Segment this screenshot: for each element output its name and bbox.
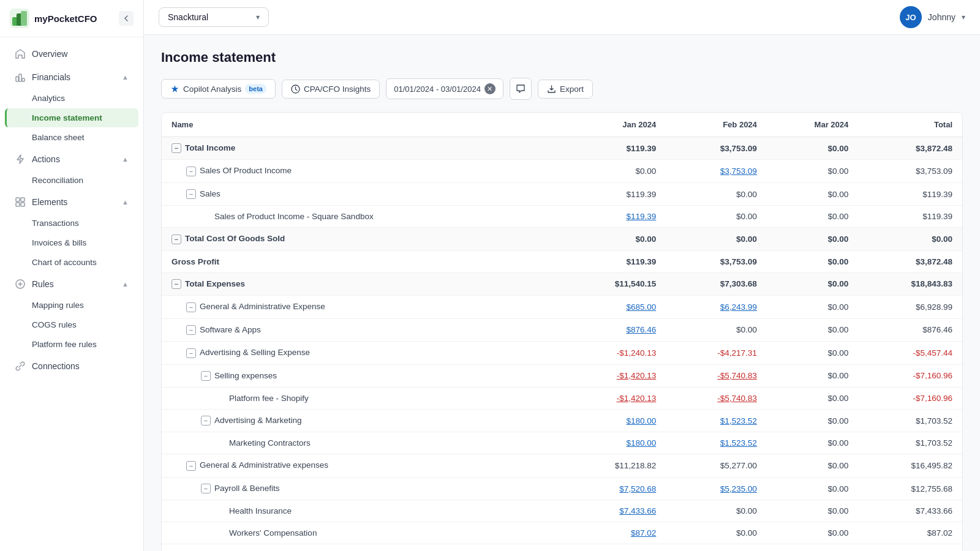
cell-name: −Advertising & Selling Expense	[162, 342, 562, 364]
collapse-button[interactable]: −	[172, 234, 181, 244]
cell-name: −Software & Apps	[162, 318, 562, 341]
cell-value[interactable]: $180.00	[562, 432, 666, 454]
cell-value: $6,928.99	[858, 296, 962, 318]
cell-value[interactable]: $876.46	[562, 318, 666, 341]
insights-icon	[291, 84, 300, 94]
collapse-button[interactable]: −	[186, 325, 196, 335]
sidebar-item-transactions[interactable]: Transactions	[5, 214, 138, 233]
cell-value[interactable]: -$5,740.83	[666, 387, 767, 409]
mapping-rules-label: Mapping rules	[32, 301, 84, 310]
sidebar-rules-header[interactable]: Rules ▲	[5, 273, 138, 295]
sidebar-item-mapping-rules[interactable]: Mapping rules	[5, 296, 138, 315]
table-row: Platform fee - Shopify-$1,420.13-$5,740.…	[162, 387, 962, 409]
rules-chevron: ▲	[122, 280, 129, 288]
collapse-button[interactable]: −	[172, 143, 181, 153]
cell-value: $1,703.52	[858, 409, 962, 432]
cell-value: $0.00	[767, 454, 858, 477]
sidebar-item-overview[interactable]: Overview	[5, 43, 138, 65]
cell-value: $119.39	[562, 137, 666, 160]
cell-name: Platform fee - Shopify	[162, 387, 562, 409]
sidebar-item-analytics[interactable]: Analytics	[5, 89, 138, 108]
sidebar-financials-header[interactable]: Financials ▲	[5, 66, 138, 88]
cell-value[interactable]: $119.39	[562, 206, 666, 228]
svg-rect-6	[22, 78, 24, 81]
cell-value: $0.00	[666, 318, 767, 341]
col-name: Name	[162, 113, 562, 137]
table-row: Workers' Compensation$87.02$0.00$0.00$87…	[162, 522, 962, 544]
analytics-label: Analytics	[32, 94, 65, 103]
cell-value[interactable]: $7,433.66	[562, 500, 666, 522]
sidebar-overview-label: Overview	[32, 49, 129, 59]
collapse-button[interactable]: −	[172, 279, 181, 289]
collapse-button[interactable]: −	[186, 189, 196, 199]
sidebar-item-reconciliation[interactable]: Reconciliation	[5, 171, 138, 190]
cell-value[interactable]: -$1,420.13	[562, 364, 666, 387]
cell-value: $0.00	[666, 182, 767, 205]
sidebar-item-chart-of-accounts[interactable]: Chart of accounts	[5, 253, 138, 272]
cell-name: Marketing Contractors	[162, 432, 562, 454]
export-button[interactable]: Export	[538, 80, 593, 99]
elements-chevron: ▲	[122, 198, 129, 206]
cell-value[interactable]: $1,198.14	[562, 544, 666, 551]
income-statement-table: Name Jan 2024 Feb 2024 Mar 2024 Total −T…	[161, 112, 963, 551]
cogs-rules-label: COGS rules	[32, 320, 77, 329]
cpa-insights-button[interactable]: CPA/CFO Insights	[282, 80, 380, 99]
collapse-button[interactable]: −	[201, 416, 211, 425]
sidebar-item-invoices-bills[interactable]: Invoices & bills	[5, 233, 138, 252]
date-range-clear-button[interactable]: ✕	[484, 83, 496, 94]
collapse-button[interactable]: −	[186, 348, 196, 358]
cell-value[interactable]: $6,243.99	[666, 296, 767, 318]
home-icon	[15, 48, 26, 59]
user-area[interactable]: JO Johnny ▾	[900, 6, 965, 28]
sidebar-toggle-button[interactable]	[119, 11, 134, 26]
invoices-bills-label: Invoices & bills	[32, 238, 86, 247]
cell-name: −Sales Of Product Income	[162, 160, 562, 182]
sidebar-item-cogs-rules[interactable]: COGS rules	[5, 315, 138, 334]
cell-value[interactable]: -$5,740.83	[666, 364, 767, 387]
cell-value[interactable]: $3,753.09	[666, 160, 767, 182]
cell-value[interactable]: $1,523.52	[666, 432, 767, 454]
cell-value: $7,433.66	[858, 500, 962, 522]
table-row: −Total Expenses$11,540.15$7,303.68$0.00$…	[162, 272, 962, 295]
cell-value[interactable]: $42.00	[666, 544, 767, 551]
col-feb: Feb 2024	[666, 113, 767, 137]
col-jan: Jan 2024	[562, 113, 666, 137]
cell-value[interactable]: $685.00	[562, 296, 666, 318]
sidebar-item-income-statement[interactable]: Income statement	[5, 108, 138, 127]
cell-value[interactable]: $1,523.52	[666, 409, 767, 432]
cell-value: $3,753.09	[666, 137, 767, 160]
beta-badge: beta	[245, 84, 266, 94]
collapse-button[interactable]: −	[186, 167, 196, 176]
cell-value[interactable]: $180.00	[562, 409, 666, 432]
cell-value[interactable]: $7,520.68	[562, 477, 666, 500]
copilot-analysis-button[interactable]: Copilot Analysis beta	[161, 79, 276, 99]
cell-value[interactable]: $87.02	[562, 522, 666, 544]
cell-value: $0.00	[666, 522, 767, 544]
collapse-button[interactable]: −	[186, 461, 196, 471]
cell-value: $0.00	[767, 432, 858, 454]
cell-value: $3,753.09	[858, 160, 962, 182]
cell-value[interactable]: $5,235.00	[666, 477, 767, 500]
sidebar-elements-label: Elements	[32, 197, 67, 207]
company-selector[interactable]: Snacktural ▾	[159, 7, 269, 27]
table-row: Marketing Contractors$180.00$1,523.52$0.…	[162, 432, 962, 454]
sidebar-elements-header[interactable]: Elements ▲	[5, 191, 138, 213]
sidebar-item-platform-fee-rules[interactable]: Platform fee rules	[5, 335, 138, 354]
cell-value: -$4,217.31	[666, 342, 767, 364]
sidebar-item-connections[interactable]: Connections	[5, 355, 138, 377]
cell-value[interactable]: -$1,420.13	[562, 387, 666, 409]
date-range-button[interactable]: 01/01/2024 - 03/01/2024 ✕	[386, 78, 503, 99]
collapse-button[interactable]: −	[201, 371, 211, 381]
cell-value: $0.00	[767, 160, 858, 182]
comment-button[interactable]	[510, 78, 532, 100]
sidebar-section-actions: Actions ▲ Reconciliation	[0, 148, 143, 190]
cell-value: $0.00	[767, 272, 858, 295]
sidebar-item-balance-sheet[interactable]: Balance sheet	[5, 128, 138, 147]
table-row: Other G& A$1,198.14$42.00$0.00$1,240.14	[162, 544, 962, 551]
sidebar-actions-header[interactable]: Actions ▲	[5, 148, 138, 170]
collapse-button[interactable]: −	[201, 484, 211, 493]
collapse-button[interactable]: −	[186, 302, 196, 312]
cell-value: $3,872.48	[858, 137, 962, 160]
cell-value: $0.00	[666, 206, 767, 228]
user-avatar: JO	[900, 6, 922, 28]
